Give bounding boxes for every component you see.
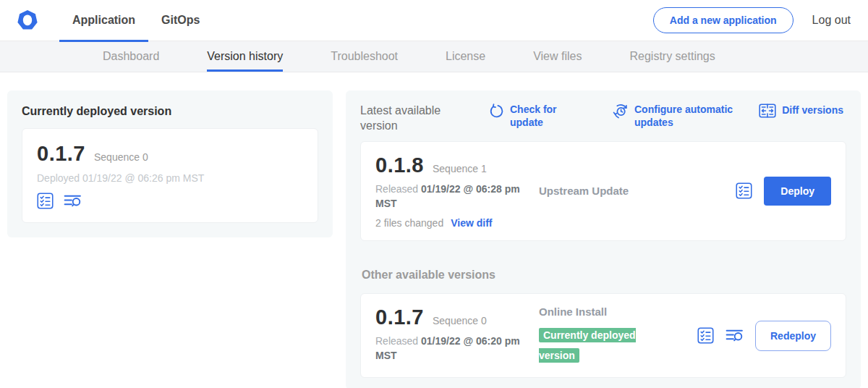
tab-application[interactable]: Application: [59, 0, 148, 41]
subnav-version-history[interactable]: Version history: [207, 41, 283, 72]
add-application-button[interactable]: Add a new application: [653, 7, 793, 33]
view-logs-icon[interactable]: [726, 327, 744, 344]
view-logs-icon[interactable]: [64, 193, 82, 209]
version-actions: [37, 193, 303, 209]
replicated-logo-icon: [16, 9, 39, 32]
refresh-icon: [489, 104, 504, 122]
available-header: Latest available version Check for updat…: [360, 104, 846, 134]
other-version-actions: Redeploy: [697, 321, 831, 351]
app-subnav: Dashboard Version history Troubleshoot L…: [0, 41, 868, 72]
released-timestamp: Released 01/19/22 @ 06:20 pm MST: [375, 334, 520, 363]
latest-version-actions: Deploy: [736, 177, 831, 206]
subnav-license[interactable]: License: [446, 41, 485, 72]
subnav-view-files[interactable]: View files: [533, 41, 582, 72]
other-version-info: 0.1.7 Sequence 0 Released 01/19/22 @ 06:…: [375, 305, 533, 363]
check-for-update-link[interactable]: Check for update: [489, 104, 566, 129]
version-source: Online Install Currently deployed versio…: [539, 305, 669, 366]
top-nav-bar: Application GitOps Add a new application…: [0, 0, 868, 41]
other-version-card: 0.1.7 Sequence 0 Released 01/19/22 @ 06:…: [360, 293, 846, 378]
topbar-right: Add a new application Log out: [653, 7, 851, 33]
diff-versions-label: Diff versions: [782, 104, 843, 117]
check-for-update-label: Check for update: [510, 104, 566, 129]
top-tabs: Application GitOps: [59, 0, 213, 41]
auto-update-clock-icon: [613, 104, 629, 123]
latest-available-title: Latest available version: [360, 104, 469, 134]
subnav-dashboard[interactable]: Dashboard: [103, 41, 159, 72]
released-timestamp: Released 01/19/22 @ 06:28 pm MST: [375, 182, 520, 211]
currently-deployed-badge: Currently deployed version: [539, 328, 636, 363]
diff-versions-link[interactable]: Diff versions: [759, 104, 843, 118]
other-versions-heading: Other available versions: [362, 269, 846, 282]
latest-version-info: 0.1.8 Sequence 1 Released 01/19/22 @ 06:…: [375, 153, 533, 229]
tab-gitops[interactable]: GitOps: [148, 0, 213, 41]
configure-automatic-updates-label: Configure automatic updates: [634, 104, 743, 129]
currently-deployed-card: 0.1.7 Sequence 0 Deployed 01/19/22 @ 06:…: [22, 128, 318, 223]
diff-table-icon: [759, 104, 776, 118]
sequence-label: Sequence 1: [433, 163, 487, 174]
preflight-checks-icon[interactable]: [697, 327, 714, 344]
configure-automatic-updates-link[interactable]: Configure automatic updates: [613, 104, 743, 129]
files-changed-line: 2 files changed View diff: [375, 217, 533, 229]
currently-deployed-title: Currently deployed version: [22, 105, 318, 118]
latest-version-card: 0.1.8 Sequence 1 Released 01/19/22 @ 06:…: [360, 141, 846, 242]
logout-link[interactable]: Log out: [812, 14, 851, 27]
available-versions-panel: Latest available version Check for updat…: [346, 90, 861, 388]
redeploy-button[interactable]: Redeploy: [755, 321, 831, 351]
currently-deployed-panel: Currently deployed version 0.1.7 Sequenc…: [7, 90, 333, 237]
version-history-page: Currently deployed version 0.1.7 Sequenc…: [0, 72, 868, 388]
subnav-troubleshoot[interactable]: Troubleshoot: [331, 41, 398, 72]
preflight-checks-icon[interactable]: [736, 182, 752, 199]
sequence-label: Sequence 0: [433, 315, 487, 326]
version-number: 0.1.8: [375, 153, 424, 177]
deployed-timestamp: Deployed 01/19/22 @ 06:26 pm MST: [37, 172, 303, 184]
version-number: 0.1.7: [37, 142, 85, 166]
sequence-label: Sequence 0: [94, 151, 148, 163]
subnav-registry-settings[interactable]: Registry settings: [629, 41, 715, 72]
files-changed-count: 2 files changed: [375, 217, 443, 229]
deploy-button[interactable]: Deploy: [764, 177, 831, 206]
preflight-checks-icon[interactable]: [37, 193, 54, 209]
version-source: Upstream Update: [539, 185, 669, 197]
view-diff-link[interactable]: View diff: [451, 217, 492, 229]
version-number: 0.1.7: [375, 305, 424, 329]
version-line: 0.1.7 Sequence 0: [37, 142, 303, 166]
